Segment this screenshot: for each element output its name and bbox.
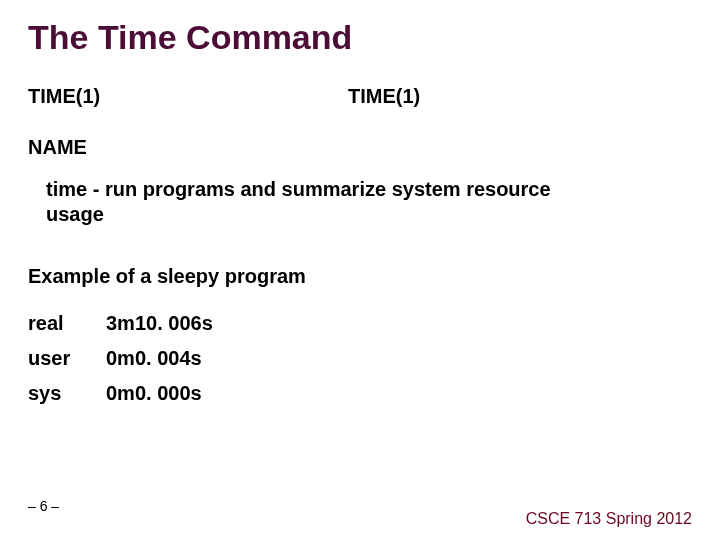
name-description: time - run programs and summarize system… bbox=[46, 177, 606, 227]
man-header-right: TIME(1) bbox=[348, 85, 420, 108]
timing-label: real bbox=[28, 306, 98, 341]
table-row: user 0m0. 004s bbox=[28, 341, 213, 376]
timings-table: real 3m10. 006s user 0m0. 004s sys 0m0. … bbox=[28, 306, 213, 411]
slide: The Time Command TIME(1) TIME(1) NAME ti… bbox=[0, 0, 720, 540]
table-row: sys 0m0. 000s bbox=[28, 376, 213, 411]
man-header-left: TIME(1) bbox=[28, 85, 348, 108]
timing-label: sys bbox=[28, 376, 98, 411]
timing-value: 0m0. 004s bbox=[98, 341, 213, 376]
timing-value: 0m0. 000s bbox=[98, 376, 213, 411]
course-footer: CSCE 713 Spring 2012 bbox=[526, 510, 692, 528]
example-heading: Example of a sleepy program bbox=[28, 265, 692, 288]
name-heading: NAME bbox=[28, 136, 692, 159]
timing-label: user bbox=[28, 341, 98, 376]
man-header-row: TIME(1) TIME(1) bbox=[28, 85, 692, 108]
page-title: The Time Command bbox=[28, 18, 692, 57]
timing-value: 3m10. 006s bbox=[98, 306, 213, 341]
page-number: – 6 – bbox=[28, 498, 59, 514]
table-row: real 3m10. 006s bbox=[28, 306, 213, 341]
